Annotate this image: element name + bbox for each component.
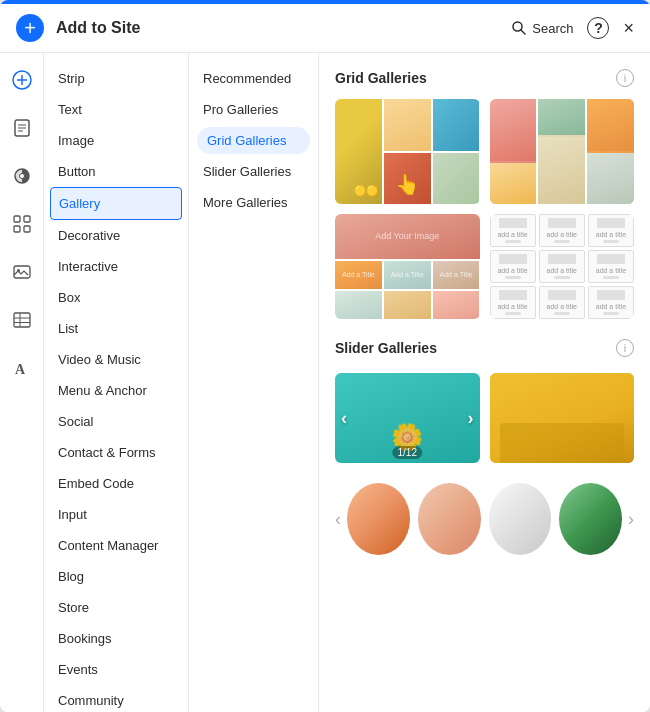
category-item-content-manager[interactable]: Content Manager: [44, 530, 188, 561]
svg-line-1: [521, 30, 525, 34]
search-icon: [511, 20, 527, 36]
sub-category-recommended[interactable]: Recommended: [189, 63, 318, 94]
svg-point-10: [19, 174, 24, 179]
svg-rect-14: [24, 226, 30, 232]
circle-thumb-2[interactable]: [418, 483, 481, 555]
gallery-grid: 🟡🟡 👆: [335, 99, 634, 319]
slider-counter: 1/12: [393, 446, 422, 459]
category-item-social[interactable]: Social: [44, 406, 188, 437]
category-item-store[interactable]: Store: [44, 592, 188, 623]
sidebar-font-icon[interactable]: A: [7, 353, 37, 383]
sidebar-table-icon[interactable]: [7, 305, 37, 335]
theme-icon: [12, 166, 32, 186]
table-icon: [12, 310, 32, 330]
sub-category-pro-galleries[interactable]: Pro Galleries: [189, 94, 318, 125]
slider-galleries-info-icon[interactable]: i: [616, 339, 634, 357]
circle-row-left-arrow[interactable]: ‹: [335, 509, 341, 530]
slider-gallery-grid: 🌼 ‹ › 1/12: [335, 373, 634, 463]
category-item-input[interactable]: Input: [44, 499, 188, 530]
close-button[interactable]: ×: [623, 19, 634, 37]
header: + Add to Site Search ? ×: [0, 4, 650, 53]
svg-rect-11: [14, 216, 20, 222]
circle-row-right-arrow[interactable]: ›: [628, 509, 634, 530]
circle-gallery-grid: [347, 483, 622, 555]
font-icon: A: [12, 358, 32, 378]
header-title: Add to Site: [56, 19, 511, 37]
sidebar-theme-icon[interactable]: [7, 161, 37, 191]
category-item-bookings[interactable]: Bookings: [44, 623, 188, 654]
svg-text:A: A: [15, 362, 26, 377]
circle-thumb-3[interactable]: [489, 483, 552, 555]
sidebar-media-icon[interactable]: [7, 257, 37, 287]
grid-galleries-info-icon[interactable]: i: [616, 69, 634, 87]
category-item-interactive[interactable]: Interactive: [44, 251, 188, 282]
main-layout: A Strip Text Image Button Gallery Decora…: [0, 53, 650, 712]
svg-point-16: [17, 269, 20, 272]
category-item-embed-code[interactable]: Embed Code: [44, 468, 188, 499]
grid-galleries-title: Grid Galleries: [335, 70, 427, 86]
category-item-video-music[interactable]: Video & Music: [44, 344, 188, 375]
search-label: Search: [532, 21, 573, 36]
circle-gallery-row-wrap: ‹ ›: [335, 483, 634, 555]
header-actions: Search ? ×: [511, 17, 634, 39]
category-item-strip[interactable]: Strip: [44, 63, 188, 94]
gallery-thumb-mosaic[interactable]: 🟡🟡 👆: [335, 99, 480, 204]
gallery-thumb-masonry[interactable]: [490, 99, 635, 204]
category-item-button[interactable]: Button: [44, 156, 188, 187]
svg-rect-13: [14, 226, 20, 232]
category-item-image[interactable]: Image: [44, 125, 188, 156]
sub-category-grid-galleries[interactable]: Grid Galleries: [197, 127, 310, 154]
category-item-decorative[interactable]: Decorative: [44, 220, 188, 251]
add-icon-button[interactable]: +: [16, 14, 44, 42]
slider-galleries-header: Slider Galleries i: [335, 339, 634, 357]
gallery-thumb-strip[interactable]: Add Your Image Add a Title Add a Title A…: [335, 214, 480, 319]
gallery-thumb-text-grid[interactable]: add a title add a title add a title: [490, 214, 635, 319]
svg-rect-12: [24, 216, 30, 222]
category-list: Strip Text Image Button Gallery Decorati…: [44, 53, 189, 712]
category-item-gallery[interactable]: Gallery: [50, 187, 182, 220]
page-icon: [12, 118, 32, 138]
grid-icon: [12, 214, 32, 234]
icon-sidebar: A: [0, 53, 44, 712]
category-item-menu-anchor[interactable]: Menu & Anchor: [44, 375, 188, 406]
search-button[interactable]: Search: [511, 20, 573, 36]
sub-category-slider-galleries[interactable]: Slider Galleries: [189, 156, 318, 187]
category-item-contact-forms[interactable]: Contact & Forms: [44, 437, 188, 468]
slider-right-arrow[interactable]: ›: [468, 408, 474, 429]
sub-category-more-galleries[interactable]: More Galleries: [189, 187, 318, 218]
category-item-list[interactable]: List: [44, 313, 188, 344]
sidebar-page-icon[interactable]: [7, 113, 37, 143]
category-item-events[interactable]: Events: [44, 654, 188, 685]
slider-thumb-flowers[interactable]: 🌼 ‹ › 1/12: [335, 373, 480, 463]
category-item-box[interactable]: Box: [44, 282, 188, 313]
category-item-text[interactable]: Text: [44, 94, 188, 125]
circle-thumb-1[interactable]: [347, 483, 410, 555]
circle-thumb-4[interactable]: [559, 483, 622, 555]
sidebar-apps-icon[interactable]: [7, 209, 37, 239]
image-icon: [12, 262, 32, 282]
plus-icon: [12, 70, 32, 90]
category-item-blog[interactable]: Blog: [44, 561, 188, 592]
sidebar-add-icon[interactable]: [7, 65, 37, 95]
grid-galleries-header: Grid Galleries i: [335, 69, 634, 87]
category-item-community[interactable]: Community: [44, 685, 188, 712]
app-window: + Add to Site Search ? ×: [0, 0, 650, 712]
svg-rect-17: [14, 313, 30, 327]
slider-left-arrow[interactable]: ‹: [341, 408, 347, 429]
slider-thumb-couch[interactable]: [490, 373, 635, 463]
content-area: Grid Galleries i 🟡🟡: [319, 53, 650, 712]
slider-galleries-title: Slider Galleries: [335, 340, 437, 356]
sub-category-list: Recommended Pro Galleries Grid Galleries…: [189, 53, 319, 712]
help-button[interactable]: ?: [587, 17, 609, 39]
